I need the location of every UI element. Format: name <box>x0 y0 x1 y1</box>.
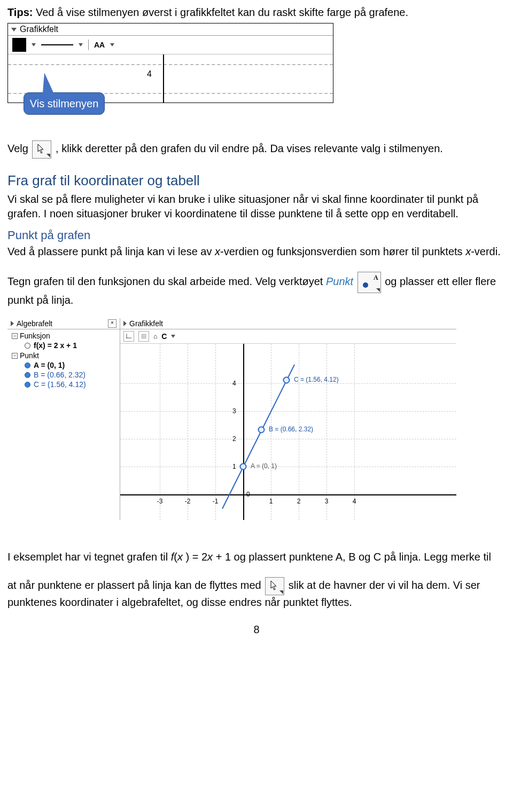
velg-line: Velg , klikk deretter på den grafen du v… <box>7 140 506 159</box>
grafikk-title: Grafikkfelt <box>129 319 163 328</box>
grid-toggle-icon <box>138 331 149 342</box>
last-line: at når punktene er plassert på linja kan… <box>7 577 506 610</box>
tree-item-c: C = (1.56, 4.12) <box>25 380 118 389</box>
cursor-arrow-icon <box>270 580 278 591</box>
chevron-down-icon <box>11 28 17 31</box>
tree-collapse-icon: − <box>12 353 18 359</box>
point-b-dot <box>258 427 265 433</box>
tree-label-punkt: Punkt <box>20 351 39 360</box>
paren-close: ) <box>183 551 189 563</box>
axes-toggle-icon <box>123 331 134 342</box>
y-tick: 0 <box>246 491 250 498</box>
x-tick: -2 <box>185 498 191 505</box>
dropdown-indicator-icon <box>32 43 36 46</box>
y-tick: 1 <box>232 463 236 470</box>
y-axis <box>163 54 164 103</box>
y-tick: 2 <box>232 435 236 443</box>
gridline <box>8 64 333 65</box>
chevron-right-icon <box>11 321 14 326</box>
toolbar-c-label: C <box>161 332 167 341</box>
point-c-dot <box>283 377 290 384</box>
tips-text: Ved å vise stilmenyen øverst i grafikkfe… <box>36 6 408 18</box>
heading-fra-graf: Fra graf til koordinater og tabell <box>7 172 506 189</box>
tegn-grafen-line: Tegn grafen til den funksjonen du skal a… <box>7 272 506 308</box>
callout-vis-stilmenyen: Vis stilmenyen <box>24 92 105 115</box>
tree-item-b: B = (0.66, 2.32) <box>25 370 118 379</box>
point-c-def: C = (1.56, 4.12) <box>34 380 86 389</box>
toolbar-separator <box>88 40 89 50</box>
algebra-header: Algebrafelt × <box>7 318 120 329</box>
point-label-a: A <box>374 273 378 282</box>
grafikk-pane: Grafikkfelt ⌂ C <box>120 318 456 520</box>
algebra-pane: Algebrafelt × − Funksjon f(x) = 2 x + 1 … <box>7 318 120 520</box>
velg-pre: Velg <box>7 143 31 154</box>
point-a-dot <box>240 463 247 470</box>
object-visibility-icon <box>25 362 30 368</box>
tree-node-punkt: − Punkt <box>12 351 118 360</box>
section2-mid1: -verdien og funksjonsverdien som hører t… <box>220 246 465 257</box>
tool-dropdown-corner-icon <box>376 288 380 292</box>
x-tick: -1 <box>213 498 219 505</box>
page-number: 8 <box>7 624 506 636</box>
tips-line: Tips: Ved å vise stilmenyen øverst i gra… <box>7 6 506 19</box>
callout-text: Vis stilmenyen <box>30 98 99 110</box>
grafikk-header: Grafikkfelt <box>120 318 456 329</box>
tool-name-punkt: Punkt <box>326 275 353 287</box>
move-tool-icon <box>32 140 51 159</box>
section1-body: Vi skal se på flere muligheter vi kan br… <box>7 192 506 221</box>
algebra-tree: − Funksjon f(x) = 2 x + 1 − Punkt A = (0… <box>7 329 120 391</box>
section2-pre: Ved å plassere punkt på linja kan vi les… <box>7 246 215 257</box>
var-x: x <box>465 246 471 257</box>
chevron-right-icon <box>123 321 127 326</box>
dropdown-indicator-icon <box>171 335 175 338</box>
color-swatch-black <box>12 38 26 52</box>
point-dot-icon <box>363 282 368 288</box>
fx-def: f(x) = 2 x + 1 <box>34 341 77 350</box>
x-tick: 2 <box>297 498 301 505</box>
point-tool-icon: A <box>357 272 381 293</box>
section2-mid2: -verdi. <box>471 246 501 257</box>
example-line: I eksemplet har vi tegnet grafen til f(x… <box>7 550 506 564</box>
point-a-label: A = (0, 1) <box>251 462 277 470</box>
object-visibility-icon <box>25 372 30 378</box>
tree-item-fx: f(x) = 2 x + 1 <box>25 341 118 350</box>
point-b-def: B = (0.66, 2.32) <box>34 370 86 379</box>
x-tick: -3 <box>157 498 163 505</box>
object-visibility-icon <box>25 343 30 349</box>
paren-open: ( <box>174 551 177 563</box>
velg-mid: , klikk deretter på den grafen du vil en… <box>56 143 443 154</box>
figure-algebra-grafikk: Algebrafelt × − Funksjon f(x) = 2 x + 1 … <box>7 318 456 520</box>
var-x: x <box>177 551 183 563</box>
tree-collapse-icon: − <box>12 333 18 339</box>
tree-node-funksjon: − Funksjon <box>12 332 118 340</box>
move-tool-icon <box>265 577 284 595</box>
y-axis <box>243 344 244 520</box>
y-tick-4: 4 <box>147 69 152 79</box>
y-tick: 3 <box>232 407 236 415</box>
text-size-aa: AA <box>94 41 105 49</box>
cursor-arrow-icon <box>37 144 45 154</box>
object-visibility-icon <box>25 382 30 388</box>
line3-pre: Tegn grafen til den funksjonen du skal a… <box>7 275 326 287</box>
dropdown-indicator-icon <box>110 43 114 46</box>
algebra-title: Algebrafelt <box>17 319 52 328</box>
eq-part: = 2 <box>189 551 207 563</box>
y-tick: 4 <box>232 380 236 387</box>
figure-grafikkfelt-toolbar: Grafikkfelt AA 4 Vis stilmenyen <box>7 23 333 130</box>
x-tick: 1 <box>269 498 273 505</box>
eks-pre: I eksemplet har vi tegnet grafen til <box>7 551 171 563</box>
tips-label: Tips: <box>7 6 33 18</box>
tree-item-a: A = (0, 1) <box>25 361 118 369</box>
x-tick: 4 <box>353 498 356 505</box>
grafikk-toolbar: ⌂ C <box>120 329 456 344</box>
close-pane-icon: × <box>108 319 116 328</box>
tool-dropdown-corner-icon <box>279 590 283 594</box>
graph-canvas: -3 -2 -1 1 2 3 4 0 1 2 3 4 <box>120 344 456 520</box>
grafikkfelt-header: Grafikkfelt <box>8 23 333 36</box>
var-x: x <box>207 551 213 563</box>
section2-body: Ved å plassere punkt på linja kan vi les… <box>7 245 506 259</box>
line-style-sample <box>41 44 73 45</box>
last-pre: at når punktene er plassert på linja kan… <box>7 579 264 591</box>
x-tick: 3 <box>325 498 329 505</box>
heading-punkt-pa-grafen: Punkt på grafen <box>7 228 506 242</box>
